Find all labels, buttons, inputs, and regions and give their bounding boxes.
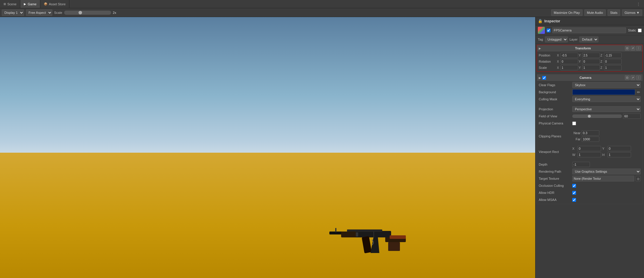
transform-btns: ⊡ ↗ ⋮ [625,46,641,51]
static-checkbox[interactable] [638,29,642,32]
transform-header[interactable]: ▶ Transform ⊡ ↗ ⋮ [537,45,643,51]
tab-game[interactable]: ▶ Game [20,0,40,8]
game-toolbar: Display 1 Free Aspect Scale 2x Maximize … [0,8,644,17]
occlusion-culling-checkbox[interactable] [572,184,576,188]
fov-slider[interactable] [572,114,622,118]
position-y-input[interactable] [582,53,600,58]
scale-row: Scale X Y Z [539,65,641,70]
layer-select[interactable]: Default [579,36,598,42]
scale-y-label: Y [579,66,582,69]
target-texture-input[interactable] [572,176,634,182]
transform-btn-2[interactable]: ↗ [630,46,635,51]
rotation-y-input[interactable] [582,59,600,64]
aspect-select[interactable]: Free Aspect [26,9,52,16]
physical-camera-checkbox[interactable] [572,121,576,125]
vp-w-label: W [572,153,576,157]
spacer-1 [539,103,641,105]
depth-row: Depth [539,162,641,167]
allow-hdr-label: Allow HDR [539,191,571,194]
object-name-input[interactable] [552,27,626,33]
background-label: Background [539,90,571,94]
allow-msaa-row: Allow MSAA [539,197,641,203]
display-select[interactable]: Display 1 [2,9,24,16]
fov-row: Field of View [539,113,641,119]
clear-flags-label: Clear Flags [539,83,571,87]
fov-input[interactable] [623,114,641,119]
rendering-path-label: Rendering Path [539,170,571,173]
vp-y-input[interactable] [608,146,631,151]
tag-label: Tag [538,38,543,41]
static-label: Static [628,29,636,32]
rot-z-label: Z [600,60,603,63]
background-color-swatch[interactable] [572,89,635,95]
svg-rect-8 [373,232,374,237]
physical-camera-label: Physical Camera [539,121,571,125]
position-x-input[interactable] [560,53,578,58]
near-label: Near [572,131,580,135]
lock-icon: 🔒 [538,19,543,23]
rendering-path-select[interactable]: Use Graphics Settings [572,169,641,174]
occlusion-culling-row: Occlusion Culling [539,183,641,189]
background-color-edit-btn[interactable]: ✏ [636,90,641,94]
camera-btn-3[interactable]: ⋮ [636,75,641,80]
transform-btn-1[interactable]: ⊡ [625,46,630,51]
tab-scene[interactable]: ⊞ Scene [0,0,20,8]
mute-audio-btn[interactable]: Mute Audio [584,9,606,16]
rotation-x-input[interactable] [560,59,578,64]
clear-flags-select[interactable]: Skybox [572,82,641,88]
scale-z-input[interactable] [604,65,622,70]
vp-x-label: X [572,147,576,150]
scale-x-input[interactable] [560,65,578,70]
rotation-z-input[interactable] [604,59,622,64]
vp-y-label: Y [602,147,606,150]
transform-btn-3[interactable]: ⋮ [636,46,641,51]
depth-input[interactable] [572,162,590,167]
object-active-checkbox[interactable] [547,29,550,32]
target-texture-row: Target Texture ◎ [539,176,641,182]
projection-select[interactable]: Perspective [572,106,641,112]
projection-label: Projection [539,107,571,111]
far-input[interactable] [582,136,599,142]
tab-bar: ⊞ Scene ▶ Game 📦 Asset Store ⋮ [0,0,644,8]
camera-header[interactable]: ▶ Camera ⊡ ↗ ⋮ [537,74,643,81]
camera-btn-1[interactable]: ⊡ [625,75,630,80]
scale-value: 2x [113,11,119,14]
inspector-title: Inspector [544,19,560,23]
target-texture-edit-btn[interactable]: ◎ [635,176,641,181]
game-viewport[interactable] [0,17,535,278]
near-input[interactable] [582,130,599,136]
svg-rect-9 [341,232,356,237]
stats-btn[interactable]: Stats [608,9,620,16]
vp-h-input[interactable] [608,152,631,157]
allow-hdr-checkbox[interactable] [572,191,576,195]
scale-y-input[interactable] [582,65,600,70]
pos-x-label: X [557,54,560,57]
gizmos-btn[interactable]: Gizmos ▼ [622,9,642,16]
main-area: 🔒 Inspector Static Tag Untagged Layer De… [0,17,644,278]
near-row: Near [572,130,599,136]
culling-mask-select[interactable]: Everything [572,96,641,102]
camera-btn-2[interactable]: ↗ [630,75,635,80]
svg-rect-4 [362,236,372,254]
tab-asset-store-label: Asset Store [49,2,66,6]
far-label: Far [572,137,580,141]
vp-w-input[interactable] [578,152,601,157]
rot-x-label: X [557,60,560,63]
maximize-on-play-btn[interactable]: Maximize On Play [551,9,583,16]
tag-select[interactable]: Untagged [545,36,568,42]
camera-active-checkbox[interactable] [542,76,546,80]
tab-game-label: Game [28,2,36,6]
tab-asset-store[interactable]: 📦 Asset Store [40,0,69,8]
spacer-3 [539,143,641,145]
culling-mask-label: Culling Mask [539,97,571,101]
position-z-input[interactable] [604,53,622,58]
allow-msaa-checkbox[interactable] [572,198,576,202]
occlusion-culling-label: Occlusion Culling [539,184,571,187]
scale-slider[interactable] [64,11,111,15]
vp-x-input[interactable] [578,146,601,151]
scene-icon: ⊞ [4,2,6,6]
allow-hdr-row: Allow HDR [539,190,641,196]
scale-x-label: X [557,66,560,69]
tab-overflow-btn[interactable]: ⋮ [635,1,642,7]
spacer-2 [539,127,641,129]
